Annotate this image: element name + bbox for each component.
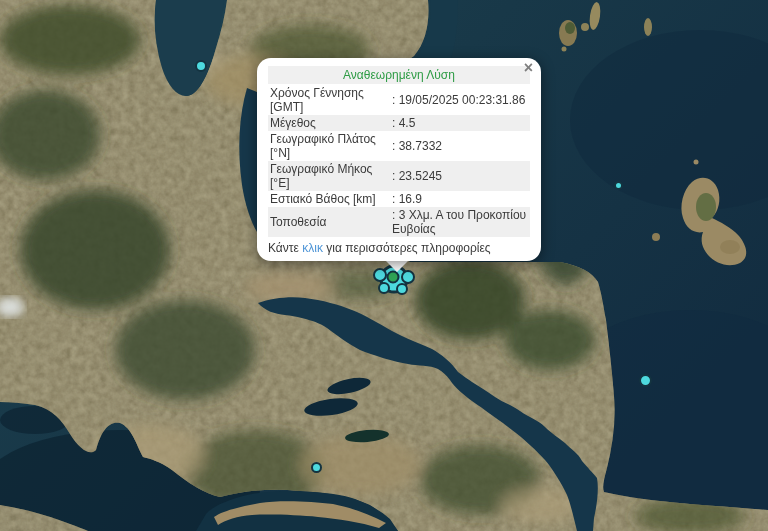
row-value: : 23.5245 <box>390 161 530 191</box>
row-value: : 16.9 <box>390 191 530 207</box>
row-value: : 19/05/2025 00:23:31.86 <box>390 85 530 115</box>
row-label: Εστιακό Βάθος [km] <box>268 191 390 207</box>
table-row: Τοποθεσία : 3 Χλμ. Α του Προκοπίου Ευβοί… <box>268 207 530 237</box>
table-row: Εστιακό Βάθος [km] : 16.9 <box>268 191 530 207</box>
earthquake-dot-2[interactable] <box>614 181 623 190</box>
row-label: Μέγεθος <box>268 115 390 131</box>
row-label: Γεωγραφικό Μήκος [°E] <box>268 161 390 191</box>
popup-title: Αναθεωρημένη Λύση <box>268 66 530 84</box>
row-label: Τοποθεσία <box>268 207 390 237</box>
more-info-link[interactable]: κλικ <box>302 241 323 255</box>
footer-text-post: για περισσότερες πληροφορίες <box>323 241 491 255</box>
table-row: Γεωγραφικό Πλάτος [°N] : 38.7332 <box>268 131 530 161</box>
row-value: : 4.5 <box>390 115 530 131</box>
row-label: Χρόνος Γέννησης [GMT] <box>268 85 390 115</box>
table-row: Χρόνος Γέννησης [GMT] : 19/05/2025 00:23… <box>268 85 530 115</box>
footer-text-pre: Κάντε <box>268 241 302 255</box>
table-row: Γεωγραφικό Μήκος [°E] : 23.5245 <box>268 161 530 191</box>
row-value: : 38.7332 <box>390 131 530 161</box>
earthquake-info-table: Χρόνος Γέννησης [GMT] : 19/05/2025 00:23… <box>268 85 530 237</box>
table-row: Μέγεθος : 4.5 <box>268 115 530 131</box>
earthquake-dot-4[interactable] <box>311 462 322 473</box>
earthquake-dot-3[interactable] <box>639 374 652 387</box>
close-icon[interactable]: × <box>524 60 533 76</box>
earthquake-popup: × Αναθεωρημένη Λύση Χρόνος Γέννησης [GMT… <box>257 58 541 261</box>
earthquake-dot-1[interactable] <box>195 60 207 72</box>
row-value: : 3 Χλμ. Α του Προκοπίου Ευβοίας <box>390 207 530 237</box>
map-viewport[interactable]: × Αναθεωρημένη Λύση Χρόνος Γέννησης [GMT… <box>0 0 768 531</box>
popup-footer: Κάντε κλικ για περισσότερες πληροφορίες <box>268 241 530 255</box>
row-label: Γεωγραφικό Πλάτος [°N] <box>268 131 390 161</box>
